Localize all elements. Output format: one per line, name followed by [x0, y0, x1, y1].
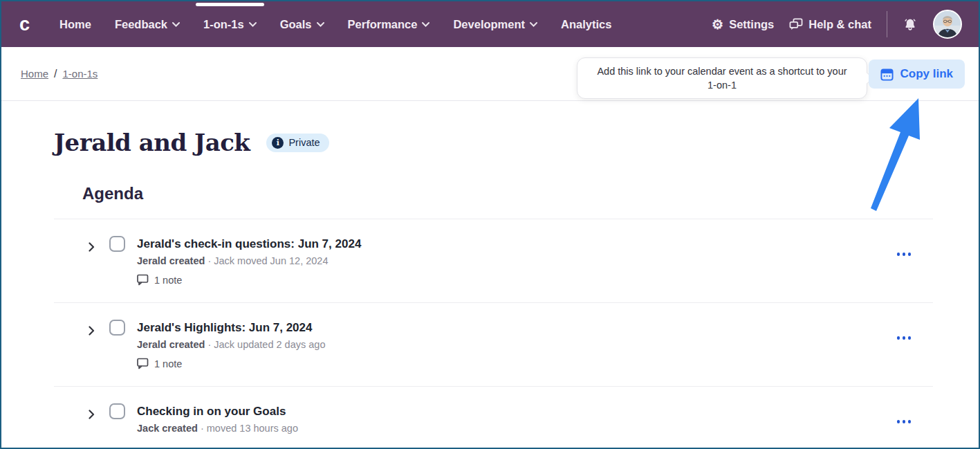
nav-item-goals[interactable]: Goals [271, 1, 333, 47]
copy-link-label: Copy link [900, 67, 953, 81]
agenda-item-notes[interactable]: 1 note [137, 358, 933, 369]
nav-item-performance[interactable]: Performance [339, 1, 439, 47]
agenda-item-title[interactable]: Jerald's check-in questions: Jun 7, 2024 [137, 237, 933, 251]
agenda-item-checkbox[interactable] [109, 236, 125, 252]
agenda-item-row: Jerald's Highlights: Jun 7, 2024 Jerald … [54, 302, 933, 386]
expand-chevron-icon[interactable] [86, 325, 97, 336]
main-content: Jerald and Jack i Private Agenda Jerald'… [1, 101, 979, 449]
notifications-bell-icon[interactable] [903, 17, 918, 32]
calendar-shortcut-tooltip: Add this link to your calendar event as … [577, 57, 867, 99]
info-icon[interactable]: i [272, 137, 284, 149]
item-options-menu-icon[interactable] [894, 248, 914, 260]
agenda-item-checkbox[interactable] [109, 403, 125, 419]
note-count-label: 1 note [154, 358, 182, 369]
agenda-list: Jerald's check-in questions: Jun 7, 2024… [54, 219, 933, 449]
help-chat-button[interactable]: Help & chat [789, 18, 871, 31]
agenda-item-meta: Jack created · moved 13 hours ago [137, 423, 933, 434]
note-icon [137, 274, 149, 286]
item-options-menu-icon[interactable] [894, 416, 914, 428]
chevron-down-icon [317, 22, 324, 27]
nav-divider [887, 11, 887, 37]
app-window: c Home Feedback 1-on-1s Goals Performanc… [0, 0, 980, 449]
nav-item-feedback[interactable]: Feedback [106, 1, 189, 47]
agenda-heading: Agenda [82, 184, 933, 203]
gear-icon: ⚙ [712, 18, 723, 31]
settings-button[interactable]: ⚙ Settings [712, 18, 774, 31]
agenda-item-creator: Jerald created [137, 255, 205, 266]
page-title: Jerald and Jack [54, 129, 250, 156]
agenda-item-title[interactable]: Checking in on your Goals [137, 405, 933, 419]
agenda-item-row: Jerald's check-in questions: Jun 7, 2024… [54, 219, 933, 302]
breadcrumb-link-home[interactable]: Home [21, 68, 48, 80]
agenda-item-notes[interactable]: 1 note [137, 274, 933, 286]
agenda-item-title[interactable]: Jerald's Highlights: Jun 7, 2024 [137, 321, 933, 335]
agenda-item-meta: Jerald created · Jack moved Jun 12, 2024 [137, 255, 933, 266]
expand-chevron-icon[interactable] [86, 409, 97, 420]
chevron-down-icon [530, 22, 537, 27]
agenda-item-activity: · Jack moved Jun 12, 2024 [207, 255, 328, 266]
breadcrumb: Home / 1-on-1s [21, 68, 98, 80]
item-options-menu-icon[interactable] [894, 332, 914, 344]
breadcrumb-bar: Home / 1-on-1s Add this link to your cal… [1, 47, 979, 101]
title-row: Jerald and Jack i Private [54, 129, 933, 156]
private-badge: i Private [266, 134, 329, 152]
nav-item-home[interactable]: Home [50, 1, 100, 47]
nav-item-1-on-1s[interactable]: 1-on-1s [194, 1, 266, 47]
top-navigation: c Home Feedback 1-on-1s Goals Performanc… [1, 1, 979, 47]
nav-menu: Home Feedback 1-on-1s Goals Performance … [50, 1, 620, 47]
nav-item-development[interactable]: Development [444, 1, 546, 47]
culture-amp-logo-icon[interactable]: c [19, 15, 30, 34]
avatar-photo [934, 11, 961, 37]
agenda-item-row: Checking in on your Goals Jack created ·… [54, 386, 933, 448]
tooltip-text: Add this link to your calendar event as … [597, 66, 847, 91]
private-badge-label: Private [288, 137, 320, 148]
nav-item-analytics[interactable]: Analytics [552, 1, 620, 47]
chevron-down-icon [249, 22, 257, 27]
breadcrumb-separator: / [54, 68, 57, 80]
agenda-item-creator: Jack created [137, 423, 198, 434]
agenda-item-meta: Jerald created · Jack updated 2 days ago [137, 339, 933, 350]
nav-utilities: ⚙ Settings Help & chat [712, 10, 962, 39]
calendar-icon [880, 68, 894, 81]
user-avatar[interactable] [933, 10, 962, 39]
note-count-label: 1 note [154, 275, 182, 286]
expand-chevron-icon[interactable] [86, 241, 97, 253]
note-icon [137, 358, 149, 369]
copy-link-button[interactable]: Copy link [869, 59, 965, 89]
chevron-down-icon [172, 22, 180, 27]
breadcrumb-link-1-on-1s[interactable]: 1-on-1s [62, 68, 98, 80]
chat-icon [789, 18, 803, 30]
agenda-item-creator: Jerald created [137, 339, 205, 350]
agenda-item-activity: · moved 13 hours ago [201, 423, 298, 434]
agenda-item-activity: · Jack updated 2 days ago [207, 339, 325, 350]
chevron-down-icon [422, 22, 429, 27]
agenda-item-checkbox[interactable] [109, 320, 125, 336]
